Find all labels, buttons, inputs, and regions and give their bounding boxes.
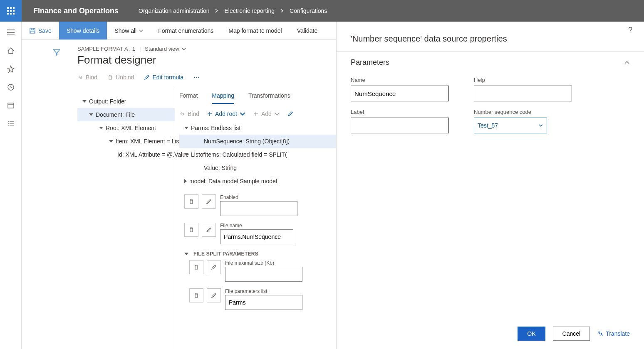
edit-formula-button[interactable]: Edit formula xyxy=(144,74,183,81)
home-icon[interactable] xyxy=(3,43,18,58)
app-launcher-button[interactable] xyxy=(0,0,22,22)
edit-button[interactable] xyxy=(202,194,216,209)
svg-rect-13 xyxy=(8,103,14,108)
svg-point-19 xyxy=(8,125,9,126)
chevron-down-icon xyxy=(240,111,245,117)
filter-button[interactable] xyxy=(51,47,62,58)
breadcrumb-item[interactable]: Configurations xyxy=(290,7,327,14)
module-icon[interactable] xyxy=(3,98,18,113)
clock-icon[interactable] xyxy=(3,80,18,95)
chevron-down-icon xyxy=(182,47,186,51)
delete-button[interactable] xyxy=(184,194,198,209)
chevron-down-icon xyxy=(139,29,143,33)
delete-button[interactable] xyxy=(189,288,203,302)
breadcrumb-item[interactable]: Organization administration xyxy=(139,7,209,14)
plus-icon xyxy=(253,111,259,117)
tab-transformations[interactable]: Transformations xyxy=(248,91,290,104)
edit-button[interactable] xyxy=(207,260,221,274)
map-format-button[interactable]: Map format to model xyxy=(221,22,289,39)
enabled-label: Enabled xyxy=(220,194,297,200)
link-icon xyxy=(179,111,185,117)
edit-mapping-button[interactable] xyxy=(287,111,293,117)
help-label: Help xyxy=(474,77,572,83)
svg-rect-2 xyxy=(13,7,15,9)
pencil-icon xyxy=(206,199,212,204)
filename-input[interactable] xyxy=(220,229,293,244)
link-icon xyxy=(77,74,83,80)
view-selector[interactable]: Standard view xyxy=(145,46,186,52)
tree-node-item[interactable]: Item: XML Element = ListofItems xyxy=(77,135,175,148)
svg-point-17 xyxy=(8,123,9,124)
tabstrip: Format Mapping Transformations xyxy=(179,91,336,104)
bind-mapping-button[interactable]: Bind xyxy=(179,111,199,117)
list-icon[interactable] xyxy=(3,116,18,131)
content-area: Save Show details Show all Format enumer… xyxy=(22,22,336,349)
trash-icon xyxy=(107,74,113,80)
save-button[interactable]: Save xyxy=(22,22,59,39)
show-details-button[interactable]: Show details xyxy=(59,22,107,39)
tab-format[interactable]: Format xyxy=(179,91,198,104)
tree-node-document[interactable]: Document: File xyxy=(77,108,175,121)
left-rail xyxy=(0,22,22,349)
plus-icon xyxy=(207,111,213,117)
breadcrumb: Organization administration Electronic r… xyxy=(130,7,327,14)
panel-footer: OK Cancel Translate xyxy=(518,327,630,341)
tree-node-value[interactable]: Value: String xyxy=(179,161,336,174)
bind-button[interactable]: Bind xyxy=(77,74,97,81)
maxsize-input[interactable] xyxy=(225,267,302,282)
tree-node-output[interactable]: Output: Folder xyxy=(77,95,175,108)
more-button[interactable]: ··· xyxy=(193,73,200,82)
save-icon xyxy=(29,27,36,34)
trash-icon xyxy=(193,264,199,270)
paramslist-input[interactable] xyxy=(225,295,302,310)
app-title: Finance and Operations xyxy=(22,7,130,15)
delete-button[interactable] xyxy=(189,260,203,274)
tree-node-model[interactable]: model: Data model Sample model xyxy=(179,174,336,188)
help-button[interactable]: ? xyxy=(628,26,632,34)
svg-point-15 xyxy=(8,121,9,122)
enabled-input[interactable] xyxy=(220,201,297,216)
tree-node-numsequence[interactable]: NumSequence: String (Object[8]) xyxy=(179,135,336,148)
formula-toolbar: Bind Unbind Edit formula ··· xyxy=(77,69,200,86)
filename-label: File name xyxy=(220,223,293,229)
svg-rect-6 xyxy=(7,13,9,15)
validate-button[interactable]: Validate xyxy=(290,22,325,39)
cancel-button[interactable]: Cancel xyxy=(553,327,590,341)
edit-button[interactable] xyxy=(207,288,221,302)
property-fields: Enabled File name xyxy=(184,194,336,244)
tab-mapping[interactable]: Mapping xyxy=(212,91,234,104)
format-enumerations-button[interactable]: Format enumerations xyxy=(151,22,221,39)
unbind-button[interactable]: Unbind xyxy=(107,74,134,81)
tree-node-id[interactable]: Id: XML Attribute = @.Value xyxy=(77,148,175,161)
ok-button[interactable]: OK xyxy=(518,327,545,341)
tree-node-root[interactable]: Root: XML Element xyxy=(77,121,175,135)
parameters-section-header[interactable]: Parameters xyxy=(351,58,630,67)
tree-node-listofitems[interactable]: ListofItems: Calculated field = SPLIT( xyxy=(179,148,336,161)
add-button[interactable]: Add xyxy=(253,111,280,117)
name-label: Name xyxy=(351,77,449,83)
show-all-button[interactable]: Show all xyxy=(107,22,151,39)
file-split-section-header[interactable]: FILE SPLIT PARAMETERS xyxy=(184,251,336,257)
edit-button[interactable] xyxy=(202,223,216,237)
delete-button[interactable] xyxy=(184,223,198,237)
chevron-right-icon xyxy=(280,9,284,13)
svg-rect-1 xyxy=(10,7,12,9)
add-root-button[interactable]: Add root xyxy=(207,111,245,117)
sequence-code-select[interactable]: Test_57 xyxy=(474,118,547,133)
pencil-icon xyxy=(211,264,217,270)
breadcrumb-item[interactable]: Electronic reporting xyxy=(224,7,275,14)
tree-node-parms[interactable]: Parms: Endless list xyxy=(179,121,336,135)
pencil-icon xyxy=(144,74,150,80)
show-all-label: Show all xyxy=(114,27,136,34)
translate-button[interactable]: Translate xyxy=(597,330,630,337)
save-label: Save xyxy=(38,27,52,34)
svg-rect-0 xyxy=(7,7,9,9)
hamburger-icon[interactable] xyxy=(3,25,18,40)
help-input[interactable] xyxy=(474,86,572,101)
chevron-up-icon xyxy=(624,60,630,66)
label-input[interactable] xyxy=(351,118,449,133)
star-icon[interactable] xyxy=(3,61,18,76)
filter-icon xyxy=(53,49,60,56)
label-label: Label xyxy=(351,109,449,115)
name-input[interactable] xyxy=(351,86,449,101)
